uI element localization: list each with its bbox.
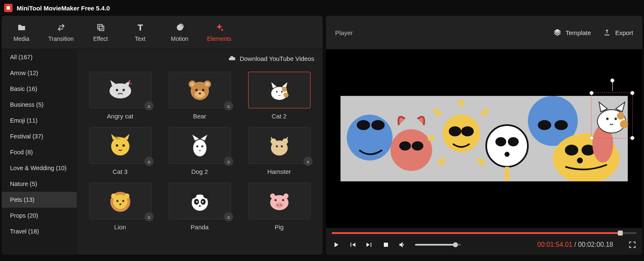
category-item[interactable]: Emoji (11) bbox=[2, 113, 77, 128]
svg-line-70 bbox=[438, 158, 445, 165]
download-icon[interactable] bbox=[224, 157, 233, 166]
svg-point-40 bbox=[190, 192, 196, 198]
category-item[interactable]: Food (8) bbox=[2, 144, 77, 160]
tab-transition[interactable]: Transition bbox=[41, 16, 81, 49]
element-thumbnail[interactable] bbox=[248, 127, 311, 164]
category-item[interactable]: Love & Wedding (10) bbox=[2, 160, 77, 176]
category-item[interactable]: Festival (37) bbox=[2, 128, 77, 144]
app-title: MiniTool MovieMaker Free 5.4.0 bbox=[17, 5, 110, 12]
sparkle-icon bbox=[215, 23, 224, 32]
svg-point-38 bbox=[119, 203, 121, 205]
category-sidebar: All (167)Arrow (12)Basic (16)Business (5… bbox=[2, 49, 77, 255]
element-thumbnail[interactable] bbox=[169, 127, 231, 164]
svg-point-9 bbox=[190, 82, 194, 86]
element-label: Cat 2 bbox=[272, 113, 287, 120]
titlebar: MiniTool MovieMaker Free 5.4.0 bbox=[0, 0, 644, 16]
preview-canvas bbox=[341, 96, 628, 181]
download-icon[interactable] bbox=[144, 101, 154, 110]
element-thumbnail[interactable] bbox=[248, 183, 311, 219]
player-controls: 00:01:54.01 / 00:02:00.18 bbox=[326, 228, 642, 255]
download-icon[interactable] bbox=[224, 212, 233, 221]
element-thumbnail[interactable] bbox=[89, 183, 152, 219]
category-item[interactable]: Basic (16) bbox=[2, 81, 77, 97]
elements-area: Download YouTube Videos Angry catBearCat… bbox=[77, 49, 323, 255]
svg-point-52 bbox=[280, 204, 282, 206]
element-item[interactable]: Cat 2 bbox=[243, 72, 315, 120]
volume-slider[interactable] bbox=[415, 244, 461, 246]
svg-point-25 bbox=[201, 146, 203, 148]
elements-grid: Angry catBearCat 2Cat 3Dog 2HamsterLionP… bbox=[77, 68, 323, 255]
svg-point-56 bbox=[357, 120, 370, 130]
element-item[interactable]: Cat 3 bbox=[84, 127, 156, 175]
element-item[interactable]: Hamster bbox=[243, 127, 315, 175]
element-label: Lion bbox=[114, 223, 126, 231]
element-label: Hamster bbox=[267, 168, 291, 175]
download-videos-link[interactable]: Download YouTube Videos bbox=[77, 49, 323, 68]
svg-point-29 bbox=[282, 138, 288, 144]
element-item[interactable]: Angry cat bbox=[84, 72, 156, 120]
svg-point-23 bbox=[193, 140, 206, 156]
export-button[interactable]: Export bbox=[603, 28, 633, 37]
element-item[interactable]: Dog 2 bbox=[164, 127, 236, 175]
prev-button[interactable] bbox=[348, 241, 357, 249]
element-overlay[interactable] bbox=[591, 93, 633, 138]
category-item[interactable]: Arrow (12) bbox=[2, 65, 77, 81]
svg-point-83 bbox=[577, 158, 583, 163]
template-icon bbox=[553, 28, 562, 37]
svg-point-63 bbox=[461, 126, 474, 136]
svg-point-74 bbox=[505, 152, 510, 157]
tab-motion[interactable]: Motion bbox=[160, 16, 199, 49]
tab-media[interactable]: Media bbox=[2, 16, 41, 49]
element-thumbnail[interactable] bbox=[169, 183, 231, 219]
svg-point-18 bbox=[276, 91, 278, 93]
svg-point-24 bbox=[196, 146, 198, 148]
svg-point-3 bbox=[109, 83, 131, 98]
download-icon[interactable] bbox=[303, 157, 313, 166]
element-item[interactable]: Panda bbox=[164, 183, 236, 231]
arrows-icon bbox=[57, 23, 66, 32]
tab-text[interactable]: Text bbox=[120, 16, 160, 49]
play-button[interactable] bbox=[332, 241, 340, 249]
preview-viewport[interactable] bbox=[326, 49, 642, 228]
progress-bar[interactable] bbox=[332, 232, 637, 234]
template-button[interactable]: Template bbox=[553, 28, 591, 37]
element-thumbnail[interactable] bbox=[169, 72, 231, 108]
element-item[interactable]: Bear bbox=[164, 72, 236, 120]
download-icon[interactable] bbox=[144, 157, 154, 166]
element-item[interactable]: Lion bbox=[84, 183, 156, 231]
cloud-download-icon bbox=[228, 55, 236, 62]
svg-point-31 bbox=[281, 146, 283, 148]
layers-icon bbox=[96, 23, 105, 32]
svg-point-71 bbox=[486, 125, 528, 167]
svg-point-49 bbox=[283, 193, 288, 198]
fullscreen-button[interactable] bbox=[628, 241, 637, 249]
next-button[interactable] bbox=[365, 241, 373, 249]
category-item[interactable]: Nature (5) bbox=[2, 176, 77, 192]
volume-icon[interactable] bbox=[398, 241, 407, 249]
category-item[interactable]: Travel (18) bbox=[2, 223, 77, 239]
svg-point-80 bbox=[565, 145, 578, 156]
svg-point-50 bbox=[276, 203, 283, 208]
element-thumbnail[interactable] bbox=[89, 127, 152, 164]
tab-effect[interactable]: Effect bbox=[81, 16, 120, 49]
category-item[interactable]: All (167) bbox=[2, 49, 77, 65]
element-thumbnail[interactable] bbox=[248, 72, 311, 108]
svg-point-1 bbox=[177, 24, 183, 30]
download-icon[interactable] bbox=[224, 101, 233, 110]
svg-point-12 bbox=[195, 89, 198, 91]
tab-elements[interactable]: Elements bbox=[199, 16, 239, 49]
stop-button[interactable] bbox=[382, 241, 390, 249]
player-header: Player Template Export bbox=[326, 16, 642, 49]
element-label: Panda bbox=[191, 223, 209, 231]
category-item[interactable]: Business (5) bbox=[2, 97, 77, 113]
category-item[interactable]: Props (20) bbox=[2, 208, 77, 223]
element-item[interactable]: Pig bbox=[243, 183, 315, 231]
svg-point-77 bbox=[538, 120, 551, 130]
svg-point-19 bbox=[281, 91, 283, 93]
svg-point-36 bbox=[116, 200, 118, 202]
svg-point-44 bbox=[196, 201, 198, 203]
download-icon[interactable] bbox=[144, 212, 154, 221]
category-item[interactable]: Pets (13) bbox=[2, 192, 77, 208]
element-thumbnail[interactable] bbox=[89, 72, 152, 108]
svg-line-69 bbox=[478, 158, 484, 165]
